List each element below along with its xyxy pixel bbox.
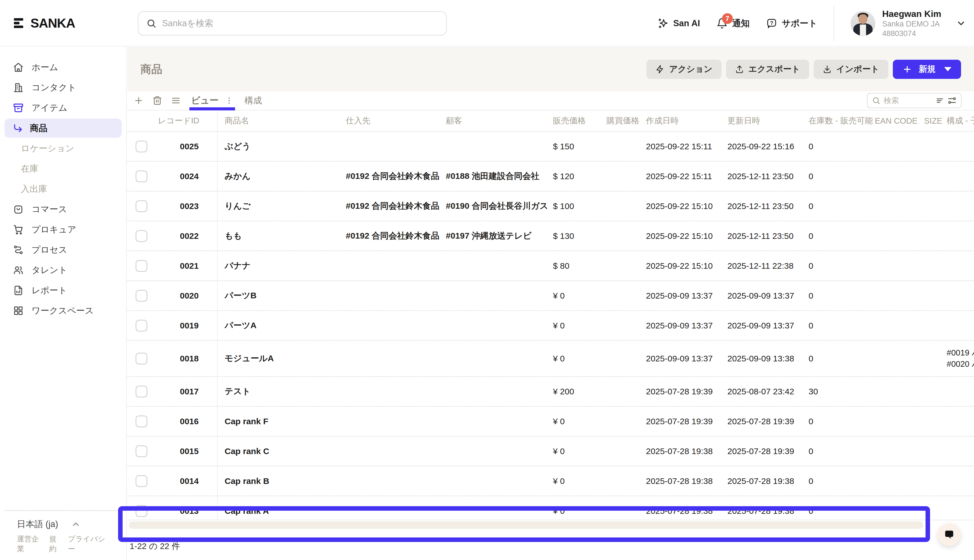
cell-id: 0025 [155,142,202,151]
add-view-button[interactable] [133,95,144,106]
col-ean[interactable]: EAN CODE [872,116,922,126]
cell-stock: 0 [806,476,872,486]
san-ai-button[interactable]: San AI [657,18,700,29]
col-supplier[interactable]: 仕入先 [344,115,444,127]
table-row[interactable]: 0015Cap rank C¥ 02025-07-28 19:382025-07… [127,437,974,467]
cell-created: 2025-07-28 19:38 [644,506,725,516]
delete-view-button[interactable] [152,95,162,106]
row-checkbox[interactable] [135,140,147,152]
link-terms[interactable]: 規約 [49,534,63,554]
link-company[interactable]: 運営企業 [17,534,44,554]
cell-updated: 2025-12-11 23:50 [725,231,806,241]
new-button[interactable]: 新規 [893,60,961,79]
cell-name: テスト [202,386,344,397]
list-view-button[interactable] [171,95,181,106]
sidebar-item-process[interactable]: プロセス [0,240,126,260]
cell-sup: #0192 合同会社鈴木食品 [344,230,444,242]
col-record-id[interactable]: レコードID [155,115,202,127]
sliders-icon[interactable] [947,96,957,105]
export-button[interactable]: エクスポート [726,60,809,79]
table-row[interactable]: 0020パーツB¥ 02025-09-09 13:372025-09-09 13… [127,281,974,311]
view-options-button[interactable] [225,96,233,105]
sidebar-item-commerce[interactable]: コマース [0,199,126,220]
sidebar-item-talent[interactable]: タレント [0,260,126,280]
sidebar: ホーム コンタクト アイテム 商品 ロケーション 在庫 入出庫 [0,47,127,560]
row-checkbox[interactable] [135,260,147,272]
sidebar-item-procure[interactable]: プロキュア [0,220,126,240]
col-purchase-price[interactable]: 購買価格 [604,115,644,127]
row-checkbox[interactable] [135,170,147,182]
col-updated[interactable]: 更新日時 [725,115,806,127]
row-checkbox[interactable] [135,230,147,242]
col-customer[interactable]: 顧客 [444,115,551,127]
col-price[interactable]: 販売価格 [551,115,604,127]
table-row[interactable]: 0021バナナ$ 802025-09-22 15:102025-12-11 22… [127,251,974,281]
filter-lines-icon[interactable] [936,96,944,105]
cell-id: 0018 [155,354,202,363]
table-row[interactable]: 0017テスト¥ 2002025-07-28 19:392025-08-07 2… [127,377,974,407]
col-name[interactable]: 商品名 [202,115,344,127]
cell-updated: 2025-12-11 23:50 [725,202,806,211]
row-checkbox[interactable] [135,445,147,457]
cell-name: ぶどう [202,140,344,152]
table-search-input[interactable] [884,96,921,105]
sidebar-item-workspace[interactable]: ワークスペース [0,300,126,321]
sidebar-item-home[interactable]: ホーム [0,57,126,77]
route-icon [13,245,24,255]
table-search[interactable] [867,93,962,108]
link-privacy[interactable]: プライバシー [68,534,109,554]
cell-name: もも [202,230,344,242]
table-row[interactable]: 0024みかん#0192 合同会社鈴木食品#0188 池田建設合同会社$ 120… [127,162,974,192]
row-checkbox[interactable] [135,290,147,302]
new-dropdown-icon[interactable] [944,67,951,71]
table-row[interactable]: 0014Cap rank B¥ 02025-07-28 19:382025-07… [127,467,974,496]
sidebar-item-items[interactable]: アイテム [0,98,126,118]
sidebar-item-products-active[interactable]: 商品 [5,118,122,138]
tab-view[interactable]: ビュー [191,94,219,107]
shopping-bag-icon [13,204,24,215]
cell-created: 2025-09-22 15:11 [644,172,725,181]
table-row[interactable]: 0013Cap rank A¥ 02025-07-28 19:382025-07… [127,496,974,520]
col-size[interactable]: SIZE [922,116,944,126]
user-menu[interactable]: Haegwan Kim Sanka DEMO JA 48803074 [851,8,966,38]
row-checkbox[interactable] [135,353,147,365]
cell-name: パーツA [202,320,344,331]
row-checkbox[interactable] [135,505,147,517]
language-selector[interactable]: 日本語 (ja) [17,518,109,530]
col-created[interactable]: 作成日時 [644,115,725,127]
table-row[interactable]: 0023りんご#0192 合同会社鈴木食品#0190 合同会社長谷川ガス$ 10… [127,192,974,222]
cell-price: ¥ 0 [551,417,604,426]
row-checkbox[interactable] [135,415,147,427]
brand-logo[interactable]: SANKA [0,15,125,31]
table-row[interactable]: 0025ぶどう$ 1502025-09-22 15:112025-09-22 1… [127,132,974,162]
cell-name: Cap rank C [202,447,344,456]
tab-config[interactable]: 構成 [245,95,262,107]
table-row[interactable]: 0022もも#0192 合同会社鈴木食品#0197 沖縄放送テレビ$ 13020… [127,222,974,251]
sidebar-item-reports[interactable]: レポート [0,280,126,300]
row-checkbox[interactable] [135,386,147,397]
support-button[interactable]: ? サポート [766,17,817,29]
sidebar-item-stock-io[interactable]: 入出庫 [0,179,126,199]
row-checkbox[interactable] [135,320,147,332]
notifications-button[interactable]: 7 通知 [716,17,750,29]
import-button[interactable]: インポート [814,60,888,79]
global-search-input[interactable] [162,18,438,28]
row-checkbox[interactable] [135,475,147,487]
cell-id: 0014 [155,476,202,486]
cell-id: 0020 [155,291,202,300]
table-row[interactable]: 0016Cap rank F¥ 02025-07-28 19:392025-07… [127,407,974,437]
cell-updated: 2025-07-28 19:39 [725,417,806,426]
col-children[interactable]: 構成 - 子 [944,115,974,127]
sidebar-item-contacts[interactable]: コンタクト [0,77,126,98]
table-row[interactable]: 0019パーツA¥ 02025-09-09 13:372025-09-09 13… [127,311,974,341]
col-stock[interactable]: 在庫数 - 販売可能 [806,115,872,127]
chat-widget-button[interactable] [938,523,961,546]
cell-stock: 0 [806,142,872,151]
action-button[interactable]: アクション [647,60,722,79]
cell-price: ¥ 0 [551,506,604,516]
table-row[interactable]: 0018モジュールA¥ 02025-09-09 13:372025-09-09 … [127,341,974,377]
sidebar-item-inventory[interactable]: 在庫 [0,158,126,179]
global-search[interactable] [138,11,447,35]
row-checkbox[interactable] [135,200,147,212]
sidebar-item-locations[interactable]: ロケーション [0,138,126,158]
